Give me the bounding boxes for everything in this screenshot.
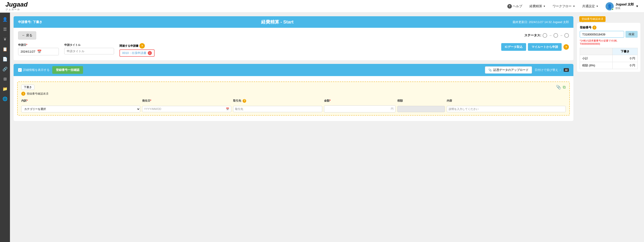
reg-search-btn[interactable]: 検索 — [626, 31, 638, 38]
right-panel: 登録番号確認未済 登録番号 ! 検索 *14桁の請求書番号が必要です(例, T0… — [577, 16, 640, 124]
logo-sub: ジュガール — [6, 8, 20, 11]
summary-table: 下書き 小計 0 円 税額 (8%) 0 円 — [580, 48, 638, 69]
confirm-all-btn[interactable]: 登録番号一括確認 — [52, 66, 83, 74]
related-tag[interactable]: 0010：出張申請書 × — [120, 49, 154, 57]
reg-label: 登録番号 ! — [580, 25, 638, 30]
expense-label: 経費精算 — [530, 4, 542, 8]
sidebar-icon-doc[interactable]: 📄 — [1, 55, 9, 63]
action-help-icon[interactable]: ? — [564, 44, 569, 50]
sidebar: 👤 ☰ ¥ 📋 📄 🔗 ⊞ 📁 🌐 — [0, 13, 10, 242]
request-no: 申請番号: 下書き — [18, 20, 42, 24]
nav-links: ? ヘルプ 経費精算 ▼ ワークフロー ▼ 共通設定 ▼ 👤 Jugaad 太郎… — [507, 2, 639, 10]
logo-area: Jugaad ジュガール — [6, 1, 28, 11]
reg-warn-icon: ! — [592, 25, 596, 30]
request-no-label: 申請番号: — [18, 20, 32, 24]
online-dot — [612, 8, 614, 10]
upload-label: 証憑データのアップロード — [493, 68, 528, 72]
show-detail-checkbox[interactable]: ✓ 詳細情報を表示する — [18, 68, 50, 72]
user-menu[interactable]: 👤 Jugaad 太郎 部長 ▼ — [606, 2, 638, 10]
tax-value: 0 円 — [612, 62, 638, 69]
calendar-icon[interactable]: 📅 — [37, 49, 42, 54]
note-input[interactable] — [447, 106, 566, 112]
paperclip-icon: 📎 — [488, 68, 492, 72]
date-field[interactable]: YYYY/MM/DD 📅 — [142, 106, 231, 112]
related-tag-text: 0010：出張申請書 — [122, 51, 146, 55]
help-nav-item[interactable]: ? ヘルプ — [507, 4, 522, 8]
upload-btn[interactable]: 📎 証憑データのアップロード — [485, 66, 532, 74]
request-no-value: 下書き — [33, 20, 42, 24]
table-headers: 内訳* 発生日* 取引先 ? 金額* — [21, 98, 566, 104]
second-card: ✓ 詳細情報を表示する 登録番号一括確認 📎 証憑データのアップロード 日付けで… — [14, 64, 574, 121]
related-help-icon[interactable]: ? — [140, 43, 145, 49]
amount-field[interactable]: 円 — [324, 106, 395, 113]
sidebar-icon-folder[interactable]: 📁 — [1, 85, 9, 93]
main-content-row: 申請番号: 下書き 経費精算 - Start 最終更新日: 2024/11/27… — [14, 16, 640, 124]
amount-input[interactable] — [326, 108, 390, 111]
last-updated-value: 2024/11/27 14:32 Jugaad 太郎 — [529, 20, 569, 24]
warning-row: ! 登録番号確認未済 — [21, 92, 48, 96]
sidebar-icon-currency[interactable]: ¥ — [1, 35, 9, 43]
workflow-arrow-icon: ▼ — [573, 5, 575, 7]
date-group: 申請日* 2024/11/27 📅 — [18, 43, 59, 55]
myroute-btn[interactable]: マイルートから申請 — [528, 43, 562, 51]
attach-icon[interactable]: 📎 — [556, 85, 561, 90]
date-placeholder: YYYY/MM/DD — [144, 108, 161, 111]
settings-label: 共通設定 — [582, 4, 595, 8]
second-card-body: 下書き ! 登録番号確認未済 📎 ⧉ — [14, 76, 574, 121]
sidebar-icon-share[interactable]: 🔗 — [1, 65, 9, 73]
settings-nav-item[interactable]: 共通設定 ▼ — [582, 4, 598, 8]
col-header-tax: 税額 — [397, 99, 445, 103]
partner-input[interactable] — [233, 106, 322, 112]
page-title: 経費精算 - Start — [261, 19, 294, 25]
sidebar-icon-globe[interactable]: 🌐 — [1, 95, 9, 103]
sidebar-icon-menu[interactable]: ☰ — [1, 25, 9, 33]
tax-input[interactable]: 0 — [397, 106, 445, 112]
status-arrow-1: → — [548, 33, 552, 37]
status-circle-1 — [543, 33, 547, 38]
summary-row-subtotal: 小計 0 円 — [580, 55, 638, 62]
reg-number-input[interactable] — [580, 31, 624, 38]
summary-col-header: 下書き — [612, 48, 638, 55]
date-input[interactable]: 2024/11/27 📅 — [18, 48, 59, 55]
sidebar-icon-user[interactable]: 👤 — [1, 15, 9, 23]
sidebar-icon-grid[interactable]: ⊞ — [1, 75, 9, 83]
reg-input-row: 検索 — [580, 31, 638, 38]
date-cal-icon: 📅 — [226, 108, 229, 111]
warn-icon: ! — [21, 92, 25, 96]
summary-col-empty — [580, 48, 612, 55]
user-role: 部長 — [616, 6, 634, 10]
avatar: 👤 — [606, 2, 614, 10]
table-row-inputs: カテゴリーを選択 YYYY/MM/DD 📅 円 — [21, 106, 566, 113]
copy-icon[interactable]: ⧉ — [563, 85, 566, 90]
title-group: 申請タイトル — [64, 43, 114, 54]
title-input[interactable] — [64, 48, 114, 54]
back-button[interactable]: ← 戻る — [18, 31, 36, 39]
partner-help-icon[interactable]: ? — [242, 99, 246, 103]
date-value: 2024/11/27 — [20, 50, 35, 53]
draft-section: 下書き ! 登録番号確認未済 📎 ⧉ — [17, 82, 570, 116]
user-info: Jugaad 太郎 部長 — [616, 2, 634, 10]
back-row: ← 戻る ステータス: → → — [18, 31, 569, 39]
related-label: 関連する申請書 ? — [120, 43, 154, 49]
sort-btn[interactable]: 日付けで並び替え ↑ — [535, 68, 561, 72]
workflow-nav-item[interactable]: ワークフロー ▼ — [552, 4, 575, 8]
subtotal-label: 小計 — [580, 55, 612, 62]
help-icon: ? — [507, 4, 512, 8]
tag-close-icon[interactable]: × — [148, 51, 152, 55]
page-header: 申請番号: 下書き 経費精算 - Start 最終更新日: 2024/11/27… — [14, 16, 574, 28]
col-header-note: 内容 — [447, 99, 566, 103]
user-arrow-icon: ▼ — [636, 4, 638, 8]
second-card-header: ✓ 詳細情報を表示する 登録番号一括確認 📎 証憑データのアップロード 日付けで… — [14, 64, 574, 76]
sidebar-icon-list[interactable]: 📋 — [1, 45, 9, 53]
main-layout: 👤 ☰ ¥ 📋 📄 🔗 ⊞ 📁 🌐 申請番号: 下書き 経費精算 - Start… — [0, 13, 644, 242]
user-name: Jugaad 太郎 — [616, 2, 634, 6]
expense-nav-item[interactable]: 経費精算 ▼ — [530, 4, 546, 8]
ai-badge: AI — [564, 68, 569, 72]
yen-label: 円 — [391, 107, 394, 111]
ic-data-btn[interactable]: ICデータ取込 — [501, 43, 526, 51]
first-card: ← 戻る ステータス: → → — [14, 28, 574, 60]
settings-arrow-icon: ▼ — [596, 5, 598, 7]
summary-row-tax: 税額 (8%) 0 円 — [580, 62, 638, 69]
status-circle-2 — [554, 33, 558, 38]
category-select[interactable]: カテゴリーを選択 — [21, 106, 140, 113]
